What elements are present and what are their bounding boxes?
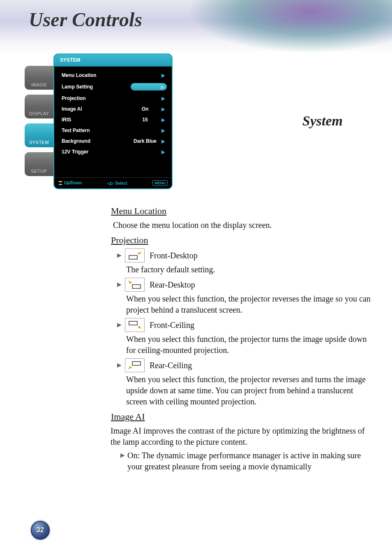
osd-header: SYSTEM bbox=[54, 54, 172, 67]
projection-item: ▶ Rear-Ceiling bbox=[117, 358, 372, 372]
osd-tab-display[interactable]: DISPLAY bbox=[25, 95, 53, 118]
menu-indicator: MENU bbox=[152, 180, 168, 186]
page-number: 32 bbox=[37, 527, 44, 534]
projection-item: ▶ Front-Ceiling bbox=[117, 318, 372, 332]
triangle-right-icon: ▶ bbox=[117, 362, 122, 369]
image-ai-bullet: ▶ On: The dynamic image performance mana… bbox=[120, 450, 372, 472]
projection-item: ▶ Front-Desktop bbox=[117, 248, 372, 262]
osd-highlight-box: ▷ bbox=[131, 83, 167, 91]
heading-image-ai: Image AI bbox=[105, 411, 372, 423]
image-ai-on-text: On: The dynamic image performance manage… bbox=[127, 450, 372, 472]
triangle-right-icon: ▶ bbox=[120, 452, 125, 472]
projection-label: Front-Ceiling bbox=[150, 320, 194, 331]
header-graphic bbox=[187, 0, 392, 53]
page-number-badge: 32 bbox=[31, 521, 50, 540]
arrow-right-icon: ▶ bbox=[159, 73, 167, 78]
svg-rect-0 bbox=[129, 255, 137, 259]
osd-label: IRIS bbox=[62, 117, 131, 123]
osd-tab-image[interactable]: IMAGE bbox=[25, 66, 53, 90]
arrow-right-icon: ▶ bbox=[159, 107, 167, 112]
arrow-right-icon: ▶ bbox=[159, 96, 167, 101]
triangle-right-icon: ▶ bbox=[117, 252, 122, 260]
content-body: Menu Location Choose the menu location o… bbox=[109, 202, 372, 474]
osd-footer: Up/Down ◁▷ Select MENU bbox=[54, 177, 172, 188]
svg-rect-1 bbox=[132, 285, 141, 288]
projection-desc: The factory default setting. bbox=[126, 264, 372, 275]
osd-value: On bbox=[131, 106, 159, 112]
osd-label: 12V Trigger bbox=[62, 149, 131, 155]
projection-label: Rear-Ceiling bbox=[150, 360, 192, 371]
projection-label: Rear-Desktop bbox=[150, 279, 195, 290]
svg-rect-2 bbox=[129, 321, 137, 325]
osd-row-menu-location[interactable]: Menu Location ▶ bbox=[54, 70, 172, 81]
osd-row-test-pattern[interactable]: Test Pattern ▶ bbox=[54, 125, 172, 136]
osd-label: Background bbox=[62, 138, 131, 144]
osd-value: Dark Blue bbox=[131, 138, 159, 144]
osd-panel: SYSTEM Menu Location ▶ Lamp Setting ▷ Pr… bbox=[53, 53, 173, 189]
front-ceiling-icon bbox=[125, 318, 145, 332]
rear-ceiling-icon bbox=[125, 358, 145, 372]
section-title: System bbox=[302, 113, 343, 129]
projection-label: Front-Desktop bbox=[150, 250, 198, 261]
projection-item: ▶ Rear-Desktop bbox=[117, 278, 372, 292]
osd-row-background[interactable]: Background Dark Blue ▶ bbox=[54, 136, 172, 146]
triangle-right-icon: ▶ bbox=[117, 281, 122, 289]
osd-row-projection[interactable]: Projection ▶ bbox=[54, 93, 172, 104]
arrow-right-icon: ▶ bbox=[159, 117, 167, 123]
arrow-right-icon: ▶ bbox=[159, 139, 167, 144]
projection-desc: When you select this function, the proje… bbox=[126, 293, 372, 316]
osd-label: Projection bbox=[62, 95, 131, 101]
osd-row-lamp-setting[interactable]: Lamp Setting ▷ bbox=[54, 81, 172, 93]
arrow-right-icon: ▶ bbox=[159, 149, 167, 155]
select-indicator: ◁▷ Select bbox=[107, 181, 127, 186]
osd-label: Test Pattern bbox=[62, 128, 131, 133]
osd-label: Menu Location bbox=[62, 72, 131, 78]
osd-tabs: IMAGE DISPLAY SYSTEM SETUP bbox=[25, 66, 55, 181]
arrow-right-icon: ▶ bbox=[159, 128, 167, 133]
rear-desktop-icon bbox=[125, 278, 145, 292]
osd-tab-system[interactable]: SYSTEM bbox=[25, 123, 53, 147]
text-image-ai: Image AI improves the contrast of the pi… bbox=[111, 425, 372, 448]
svg-rect-3 bbox=[132, 362, 141, 365]
front-desktop-icon bbox=[125, 248, 145, 262]
osd-label: Lamp Setting bbox=[62, 84, 131, 90]
arrow-right-icon: ▷ bbox=[161, 85, 164, 89]
heading-projection: Projection bbox=[105, 234, 372, 246]
osd-value: 15 bbox=[131, 117, 159, 123]
updown-indicator: Up/Down bbox=[58, 180, 82, 186]
triangle-right-icon: ▶ bbox=[117, 321, 122, 329]
osd-row-image-ai[interactable]: Image AI On ▶ bbox=[54, 104, 172, 114]
osd-tab-setup[interactable]: SETUP bbox=[25, 152, 53, 176]
osd-menu: IMAGE DISPLAY SYSTEM SETUP SYSTEM Menu L… bbox=[25, 53, 175, 191]
projection-desc: When you select this function, the proje… bbox=[126, 334, 372, 356]
page-title: User Controls bbox=[29, 8, 142, 31]
osd-row-12v-trigger[interactable]: 12V Trigger ▶ bbox=[54, 146, 172, 157]
heading-menu-location: Menu Location bbox=[105, 205, 372, 217]
projection-desc: When you select this function, the proje… bbox=[126, 374, 372, 407]
osd-row-iris[interactable]: IRIS 15 ▶ bbox=[54, 114, 172, 125]
osd-label: Image AI bbox=[62, 106, 131, 112]
text-menu-location: Choose the menu location on the display … bbox=[113, 220, 372, 231]
